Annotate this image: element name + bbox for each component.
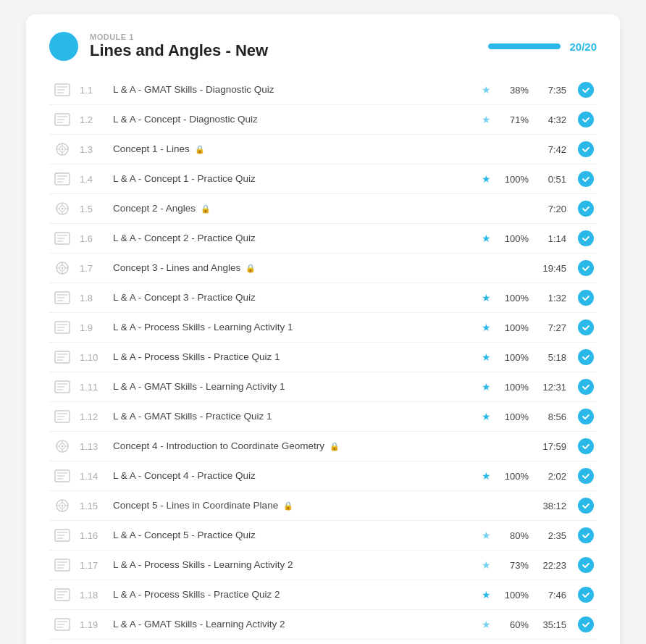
lesson-row[interactable]: 1.6L & A - Concept 2 - Practice Quiz★100… xyxy=(49,224,597,254)
lesson-row[interactable]: 1.18L & A - Process Skills - Practice Qu… xyxy=(49,580,597,610)
svg-point-21 xyxy=(62,208,64,210)
progress-label: 20/20 xyxy=(569,41,597,53)
lesson-row[interactable]: 1.10L & A - Process Skills - Practice Qu… xyxy=(49,343,597,372)
time-label: 17:59 xyxy=(536,441,566,452)
svg-point-59 xyxy=(62,446,64,448)
score-label: 100% xyxy=(498,411,529,422)
lesson-title: L & A - Process Skills - Learning Activi… xyxy=(113,321,440,335)
lesson-number: 1.5 xyxy=(80,204,106,214)
time-label: 22:23 xyxy=(536,560,566,571)
lesson-row[interactable]: 1.4L & A - Concept 1 - Practice Quiz★100… xyxy=(49,164,597,194)
lesson-number: 1.19 xyxy=(80,619,106,630)
lesson-row[interactable]: 1.2L & A - Concept - Diagnostic Quiz★71%… xyxy=(49,105,597,135)
star-score-cell: ★ xyxy=(448,351,491,363)
lesson-row[interactable]: 1.11L & A - GMAT Skills - Learning Activ… xyxy=(49,372,597,402)
lesson-number: 1.1 xyxy=(80,85,106,96)
lesson-row[interactable]: 1.7Concept 3 - Lines and Angles 🔒19:45 xyxy=(49,254,597,283)
score-label: 100% xyxy=(498,293,529,304)
star-icon: ★ xyxy=(482,84,491,96)
star-score-cell: ★ xyxy=(448,322,491,333)
video-icon xyxy=(52,499,72,512)
lesson-title: L & A - Concept 4 - Practice Quiz xyxy=(113,469,440,483)
lesson-row[interactable]: 1.8L & A - Concept 3 - Practice Quiz★100… xyxy=(49,283,597,313)
star-icon: ★ xyxy=(482,292,491,304)
time-label: 19:45 xyxy=(536,263,566,274)
quiz-icon xyxy=(52,321,72,334)
lesson-title: L & A - GMAT Skills - Practice Quiz 1 xyxy=(113,410,440,424)
time-label: 1:32 xyxy=(536,293,566,304)
lesson-row[interactable]: 1.9L & A - Process Skills - Learning Act… xyxy=(49,313,597,343)
lesson-number: 1.13 xyxy=(80,441,106,452)
lesson-title: L & A - GMAT Skills - Diagnostic Quiz xyxy=(113,83,440,97)
lesson-title: L & A - Concept 5 - Practice Quiz xyxy=(113,529,440,543)
module-label: MODULE 1 xyxy=(90,33,477,41)
quiz-icon xyxy=(52,291,72,304)
lock-icon: 🔒 xyxy=(193,145,205,154)
quiz-icon xyxy=(52,618,72,631)
lesson-row[interactable]: 1.3Concept 1 - Lines 🔒7:42 xyxy=(49,135,597,164)
star-icon: ★ xyxy=(482,351,491,363)
done-check xyxy=(578,201,594,217)
lesson-row[interactable]: 1.5Concept 2 - Angles 🔒7:20 xyxy=(49,194,597,224)
done-check xyxy=(578,230,594,246)
star-score-cell: ★ xyxy=(448,470,491,482)
time-label: 2:35 xyxy=(536,530,566,541)
lesson-number: 1.6 xyxy=(80,233,106,244)
time-label: 5:18 xyxy=(536,352,566,363)
lesson-row[interactable]: 1.12L & A - GMAT Skills - Practice Quiz … xyxy=(49,402,597,432)
done-check xyxy=(578,141,594,157)
score-label: 100% xyxy=(498,233,529,244)
time-label: 7:46 xyxy=(536,590,566,601)
lesson-number: 1.14 xyxy=(80,471,106,482)
lesson-title: L & A - Process Skills - Practice Quiz 2 xyxy=(113,588,440,602)
star-score-cell: ★ xyxy=(448,619,491,630)
lesson-number: 1.10 xyxy=(80,352,106,363)
time-label: 7:27 xyxy=(536,322,566,333)
lesson-title: L & A - Process Skills - Practice Quiz 1 xyxy=(113,351,440,364)
done-check xyxy=(578,527,594,543)
star-icon: ★ xyxy=(482,411,491,422)
lesson-title: L & A - Concept 2 - Practice Quiz xyxy=(113,232,440,246)
done-check xyxy=(578,112,594,127)
done-check xyxy=(578,171,594,187)
lesson-row[interactable]: 1.20L & A - GMAT Skills - Practice Quiz … xyxy=(49,640,597,644)
lesson-number: 1.7 xyxy=(80,263,106,274)
svg-point-10 xyxy=(62,149,64,151)
lessons-list: 1.1L & A - GMAT Skills - Diagnostic Quiz… xyxy=(49,75,597,644)
lesson-row[interactable]: 1.16L & A - Concept 5 - Practice Quiz★80… xyxy=(49,521,597,551)
time-label: 35:15 xyxy=(536,619,566,630)
video-icon xyxy=(52,202,72,215)
time-label: 0:51 xyxy=(536,174,566,185)
video-icon xyxy=(52,440,72,453)
lesson-number: 1.15 xyxy=(80,501,106,511)
star-score-cell: ★ xyxy=(448,233,491,244)
score-label: 71% xyxy=(498,114,529,125)
done-check xyxy=(578,438,594,454)
video-icon xyxy=(52,143,72,156)
lesson-row[interactable]: 1.17L & A - Process Skills - Learning Ac… xyxy=(49,551,597,580)
star-icon: ★ xyxy=(482,322,491,333)
quiz-icon xyxy=(52,380,72,393)
quiz-icon xyxy=(52,113,72,126)
lesson-title: Concept 3 - Lines and Angles 🔒 xyxy=(113,262,440,275)
time-label: 1:14 xyxy=(536,233,566,244)
lesson-row[interactable]: 1.1L & A - GMAT Skills - Diagnostic Quiz… xyxy=(49,75,597,105)
lesson-title: L & A - GMAT Skills - Learning Activity … xyxy=(113,380,440,394)
lesson-number: 1.3 xyxy=(80,144,106,155)
lesson-title: L & A - Concept 3 - Practice Quiz xyxy=(113,291,440,305)
lesson-row[interactable]: 1.13Concept 4 - Introduction to Coordina… xyxy=(49,432,597,461)
lesson-row[interactable]: 1.14L & A - Concept 4 - Practice Quiz★10… xyxy=(49,461,597,491)
star-icon: ★ xyxy=(482,559,491,571)
star-icon: ★ xyxy=(482,530,491,541)
module-circle xyxy=(49,32,78,61)
score-label: 100% xyxy=(498,590,529,601)
lesson-title: L & A - GMAT Skills - Learning Activity … xyxy=(113,618,440,632)
svg-point-70 xyxy=(62,505,64,507)
lesson-title: L & A - Concept - Diagnostic Quiz xyxy=(113,113,440,127)
module-progress: 20/20 xyxy=(488,41,597,53)
module-title: Lines and Angles - New xyxy=(90,41,477,60)
star-icon: ★ xyxy=(482,619,491,630)
lesson-row[interactable]: 1.15Concept 5 - Lines in Coordinate Plan… xyxy=(49,491,597,521)
quiz-icon xyxy=(52,351,72,364)
lesson-row[interactable]: 1.19L & A - GMAT Skills - Learning Activ… xyxy=(49,610,597,640)
